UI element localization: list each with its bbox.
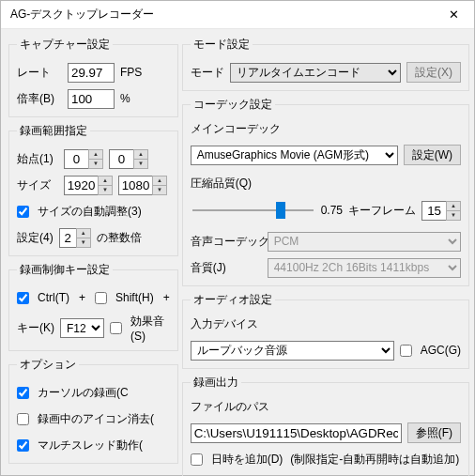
sound-label: 効果音(S) [130,314,170,343]
chevron-down-icon[interactable]: ▼ [99,185,112,194]
autosize-label: サイズの自動調整(3) [38,204,142,220]
chevron-down-icon[interactable]: ▼ [77,238,90,247]
multiple-spinner[interactable]: ▲▼ [59,228,91,248]
rate-input[interactable] [68,63,115,83]
main-codec-select[interactable]: AmuseGraphics Movie (AGM形式) [191,146,398,165]
path-input[interactable] [191,423,402,443]
chevron-up-icon[interactable]: ▲ [134,150,147,159]
agc-checkbox[interactable] [400,345,412,357]
control-legend: 録画制御キー設定 [17,262,113,278]
chevron-down-icon[interactable]: ▼ [89,159,102,168]
percent-label: % [120,92,130,105]
date-checkbox[interactable] [191,453,203,466]
device-label: 入力デバイス [191,316,258,332]
browse-button[interactable]: 参照(F) [407,422,461,443]
cursor-label: カーソルの録画(C [38,385,129,401]
output-group: 録画出力 ファイルのパス 参照(F) 日時を追加(D) (制限指定-自動再開時は… [182,375,469,476]
quality-slider[interactable] [192,201,314,220]
main-codec-label: メインコーデック [191,121,281,137]
chevron-down-icon[interactable]: ▼ [447,210,460,220]
plus-label: + [79,291,85,304]
size-label: サイズ [17,177,58,193]
option-group: オプション カーソルの録画(C 録画中のアイコン消去( マルチスレッド動作( [8,357,178,464]
mode-label: モード [191,65,224,81]
audio-quality-select[interactable]: 44100Hz 2Ch 16Bits 1411kbps [268,258,461,278]
chevron-down-icon[interactable]: ▼ [134,159,147,168]
rate-label: レート [17,65,62,81]
multiple-label-pre: 設定(4) [17,230,54,246]
multithread-checkbox[interactable] [17,439,29,452]
shift-checkbox[interactable] [95,292,107,304]
start-label: 始点(1) [17,151,58,167]
size-h-spinner[interactable]: ▲▼ [118,176,167,195]
cursor-checkbox[interactable] [17,387,29,399]
control-group: 録画制御キー設定 Ctrl(T) + Shift(H) + キー(K) F12 … [8,262,178,351]
audio-codec-select[interactable]: PCM [268,232,461,252]
plus-label-2: + [163,291,170,304]
mode-group: モード設定 モード リアルタイムエンコード 設定(X) [182,37,469,91]
dialog-window: AG-デスクトップレコーダー ✕ キャプチャー設定 レート FPS 倍率(B) … [0,0,475,476]
mode-set-button[interactable]: 設定(X) [406,62,461,83]
ctrl-label: Ctrl(T) [38,291,69,304]
codec-set-button[interactable]: 設定(W) [404,145,461,165]
scale-input[interactable] [68,89,115,109]
audio-quality-label: 音質(J) [191,260,262,276]
capture-group: キャプチャー設定 レート FPS 倍率(B) % [8,37,178,117]
path-label: ファイルのパス [191,399,269,415]
ctrl-checkbox[interactable] [17,292,29,304]
codec-legend: コーデック設定 [191,97,275,113]
mode-select[interactable]: リアルタイムエンコード [230,63,401,83]
key-select[interactable]: F12 [60,318,104,338]
range-legend: 録画範囲指定 [17,123,90,139]
sound-checkbox[interactable] [110,322,122,334]
scale-label: 倍率(B) [17,91,62,107]
titlebar: AG-デスクトップレコーダー ✕ [1,1,474,29]
range-group: 録画範囲指定 始点(1) ▲▼ ▲▼ サイズ [8,123,178,256]
audio-group: オーディオ設定 入力デバイス ループバック音源 AGC(G) [182,292,469,369]
shift-label: Shift(H) [115,291,154,304]
chevron-up-icon[interactable]: ▲ [99,177,112,185]
iconhide-label: 録画中のアイコン消去( [38,411,154,427]
chevron-up-icon[interactable]: ▲ [77,229,90,238]
mode-legend: モード設定 [191,37,253,53]
agc-label: AGC(G) [421,344,461,357]
close-icon[interactable]: ✕ [433,1,474,28]
multiple-label-post: の整数倍 [97,230,142,246]
capture-legend: キャプチャー設定 [17,37,113,53]
audio-legend: オーディオ設定 [191,292,275,308]
codec-group: コーデック設定 メインコーデック AmuseGraphics Movie (AG… [182,97,469,286]
quality-label: 圧縮品質(Q) [191,176,252,192]
autosize-checkbox[interactable] [17,206,29,218]
key-label: キー(K) [17,320,54,336]
keyframe-spinner[interactable]: ▲▼ [421,201,461,221]
date-label: 日時を追加(D) [211,452,283,468]
date-note: (制限指定-自動再開時は自動追加) [290,452,459,468]
start-x-spinner[interactable]: ▲▼ [64,149,103,169]
iconhide-checkbox[interactable] [17,413,29,425]
keyframe-label: キーフレーム [348,203,416,219]
start-y-spinner[interactable]: ▲▼ [109,149,148,169]
device-select[interactable]: ループバック音源 [191,341,394,361]
quality-value: 0.75 [321,204,343,217]
chevron-up-icon[interactable]: ▲ [153,177,166,185]
audio-codec-label: 音声コーデック [191,234,262,250]
fps-label: FPS [120,66,142,79]
option-legend: オプション [17,357,79,373]
multithread-label: マルチスレッド動作( [38,438,143,453]
size-w-spinner[interactable]: ▲▼ [64,176,113,195]
output-legend: 録画出力 [191,375,241,391]
chevron-up-icon[interactable]: ▲ [89,150,102,159]
window-title: AG-デスクトップレコーダー [10,7,433,23]
chevron-up-icon[interactable]: ▲ [447,202,460,210]
chevron-down-icon[interactable]: ▼ [153,185,166,194]
